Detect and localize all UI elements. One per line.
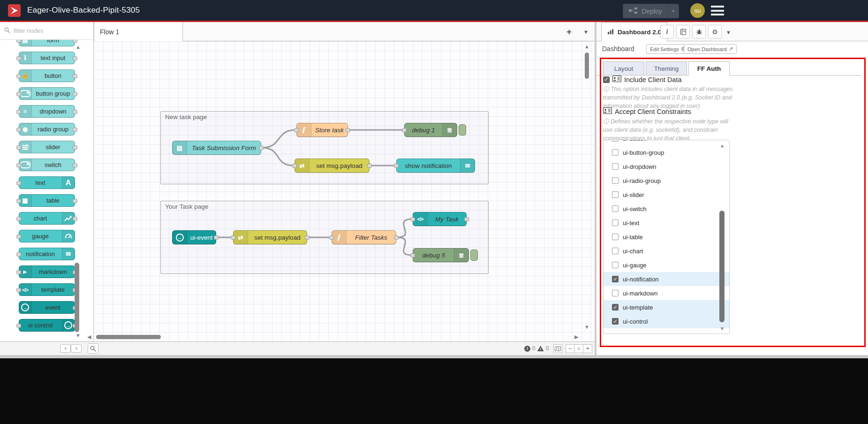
input-port[interactable]: [16, 217, 21, 221]
help-book-icon[interactable]: [676, 25, 690, 38]
list-item-ui-slider[interactable]: ui-slider: [604, 188, 729, 202]
add-flow-icon[interactable]: +: [566, 27, 572, 37]
flow-node-set-msg-payload[interactable]: ⇄set msg.payload: [294, 159, 370, 173]
list-item-ui-text[interactable]: ui-text: [604, 216, 729, 230]
input-port[interactable]: [402, 128, 407, 132]
canvas-search-button[interactable]: [88, 343, 98, 354]
output-port[interactable]: [346, 128, 350, 132]
canvas-hscrollbar-thumb[interactable]: [96, 335, 161, 339]
palette-node-text-input[interactable]: Itext input: [19, 52, 75, 64]
checkbox-ui-button-group[interactable]: [612, 149, 619, 156]
flow-node-set-msg-payload[interactable]: ⇄set msg.payload: [233, 230, 307, 244]
zoom-out-button[interactable]: −: [566, 344, 574, 353]
list-scrollbar-thumb[interactable]: [719, 211, 725, 322]
checkbox-ui-template[interactable]: ✓: [612, 304, 619, 310]
input-port[interactable]: [16, 92, 21, 96]
list-scroll-down-icon[interactable]: ▼: [720, 326, 725, 331]
palette-node-slider[interactable]: slider: [19, 141, 75, 153]
debug-toggle-button[interactable]: [470, 250, 478, 261]
canvas-scroll-up-icon[interactable]: ▲: [584, 44, 589, 49]
input-port[interactable]: [16, 163, 21, 167]
output-port[interactable]: [73, 110, 77, 114]
sidebar-menu-caret-icon[interactable]: ▼: [726, 30, 731, 35]
input-port[interactable]: [16, 199, 21, 203]
info-tab-icon[interactable]: i: [660, 25, 674, 38]
debug-toggle-button[interactable]: [459, 124, 466, 136]
input-port[interactable]: [231, 235, 235, 240]
checkbox-ui-chart[interactable]: [612, 248, 619, 254]
list-item-ui-control[interactable]: ✓ui-control: [604, 314, 729, 328]
flow-node-debug-5[interactable]: ≣debug 5: [413, 248, 469, 262]
input-port[interactable]: [16, 56, 21, 61]
palette-node-chart[interactable]: chart: [19, 212, 75, 225]
input-port[interactable]: [329, 235, 334, 240]
palette-node-radio-group[interactable]: ◉radio group: [19, 123, 75, 136]
list-item-ui-switch[interactable]: ui-switch: [604, 202, 729, 216]
navigator-icon[interactable]: [553, 344, 562, 353]
palette-node-table[interactable]: ▦table: [19, 194, 75, 207]
list-item-ui-dropdown[interactable]: ui-dropdown: [604, 159, 729, 174]
output-port[interactable]: [73, 163, 77, 167]
flow-node-debug-1[interactable]: ≣debug 1: [404, 123, 457, 137]
tab-layout[interactable]: Layout: [603, 61, 644, 76]
list-item-ui-chart[interactable]: ui-chart: [604, 244, 729, 258]
checkbox-ui-markdown[interactable]: [612, 290, 619, 296]
input-port[interactable]: [16, 74, 21, 78]
output-port[interactable]: [259, 146, 264, 150]
palette-node-event[interactable]: →event: [19, 301, 75, 314]
input-port[interactable]: [16, 270, 21, 274]
output-port[interactable]: [73, 199, 77, 203]
input-port[interactable]: [16, 110, 21, 114]
checkbox-ui-table[interactable]: [612, 234, 619, 240]
checkbox-ui-switch[interactable]: [612, 205, 619, 212]
palette-node-markdown[interactable]: ►markdown: [19, 265, 75, 278]
output-port[interactable]: [73, 56, 77, 61]
list-item-ui-markdown[interactable]: ui-markdown: [604, 286, 729, 300]
palette-collapse-all-button[interactable]: «: [60, 344, 71, 353]
flow-node-task-submission-form[interactable]: ▤Task Submission Form: [172, 141, 261, 155]
palette-node-ui-control[interactable]: →ui control: [19, 319, 75, 332]
input-port[interactable]: [292, 164, 297, 168]
output-port[interactable]: [305, 235, 309, 240]
input-port[interactable]: [16, 235, 21, 239]
open-dashboard-button[interactable]: Open Dashboard↗: [684, 44, 737, 54]
input-port[interactable]: [16, 252, 21, 257]
settings-gear-icon[interactable]: ⚙: [708, 25, 722, 38]
input-port[interactable]: [410, 253, 415, 257]
zoom-reset-button[interactable]: ○: [574, 344, 583, 353]
checkbox-ui-radio-group[interactable]: [612, 177, 619, 184]
checkbox-ui-button[interactable]: [612, 140, 619, 142]
output-port[interactable]: [73, 40, 77, 43]
palette-search[interactable]: [0, 22, 93, 40]
edit-settings-button[interactable]: Edit Settings⚙: [646, 44, 689, 54]
canvas-vscrollbar-thumb[interactable]: [585, 53, 589, 79]
output-port[interactable]: [73, 92, 77, 96]
palette-node-switch[interactable]: switch: [19, 159, 75, 171]
output-port[interactable]: [73, 217, 77, 221]
canvas-scroll-left-icon[interactable]: ◀: [87, 334, 91, 339]
flow-node-store-task[interactable]: ƒStore task: [296, 123, 348, 137]
flow-node-ui-event[interactable]: →ui-event: [172, 230, 216, 244]
palette-node-text[interactable]: Atext: [19, 176, 75, 189]
palette-node-button[interactable]: ☝button: [19, 69, 75, 82]
input-port[interactable]: [394, 164, 399, 168]
list-item-ui-table[interactable]: ui-table: [604, 230, 729, 244]
debug-bug-icon[interactable]: [692, 25, 706, 38]
list-item-ui-template[interactable]: ✓ui-template: [604, 300, 729, 314]
input-port[interactable]: [294, 128, 299, 132]
main-menu-icon[interactable]: [711, 6, 724, 15]
include-client-data-checkbox[interactable]: ✓: [603, 76, 610, 83]
output-port[interactable]: [367, 164, 372, 168]
user-avatar[interactable]: su: [690, 3, 705, 18]
palette-expand-all-button[interactable]: «: [71, 344, 82, 353]
tab-theming[interactable]: Theming: [646, 61, 687, 76]
list-item-ui-radio-group[interactable]: ui-radio-group: [604, 174, 729, 188]
input-port[interactable]: [16, 40, 21, 43]
input-port[interactable]: [410, 217, 415, 221]
input-port[interactable]: [16, 324, 21, 328]
output-port[interactable]: [73, 145, 77, 150]
output-port[interactable]: [73, 74, 77, 78]
output-port[interactable]: [214, 235, 219, 240]
tab-flow-1[interactable]: Flow 1: [94, 22, 183, 41]
tab-dashboard-2[interactable]: Dashboard 2.0: [601, 22, 667, 41]
